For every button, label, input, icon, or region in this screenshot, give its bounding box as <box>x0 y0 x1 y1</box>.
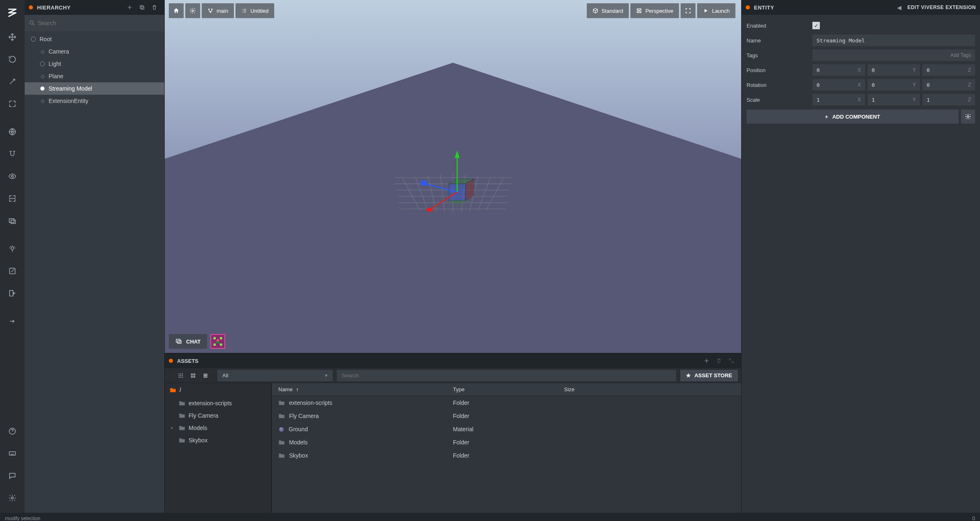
focus-tool[interactable] <box>2 189 22 208</box>
svg-rect-62 <box>194 373 196 375</box>
add-asset-button[interactable] <box>701 355 712 367</box>
hierarchy-item[interactable]: Root <box>25 33 164 45</box>
tags-input[interactable]: Add Tags <box>812 49 975 61</box>
asset-folder-item[interactable]: +Models <box>165 422 271 434</box>
expand-icon[interactable]: + <box>170 425 173 430</box>
assets-search-input[interactable] <box>337 370 676 381</box>
hierarchy-panel: HIERARCHY Root◇CameraLight◇PlaneStreamin… <box>25 0 165 513</box>
grid-large-button[interactable] <box>188 370 198 381</box>
add-component-button[interactable]: + ADD COMPONENT <box>747 110 959 124</box>
world-local-toggle[interactable] <box>2 122 22 142</box>
scale-z-input[interactable] <box>922 97 964 103</box>
asset-row[interactable]: extension-scriptsFolder <box>272 396 741 409</box>
branch-icon <box>208 8 213 14</box>
diamond-bullet-icon: ◇ <box>40 73 45 79</box>
pos-z-input[interactable] <box>922 67 964 73</box>
svg-point-40 <box>421 180 427 186</box>
viewport[interactable]: main Untitled Standard Perspective Launc… <box>165 0 741 353</box>
feedback-button[interactable] <box>2 466 22 486</box>
viewport-3d <box>165 0 741 353</box>
perspective-icon <box>636 8 642 14</box>
svg-rect-61 <box>191 373 193 375</box>
settings-button[interactable] <box>2 488 22 508</box>
asset-store-button[interactable]: ★ ASSET STORE <box>680 370 738 381</box>
name-row: Name <box>747 33 975 48</box>
move-tool[interactable] <box>2 27 22 47</box>
rotate-tool[interactable] <box>2 49 22 69</box>
asset-row[interactable]: ModelsFolder <box>272 436 741 449</box>
edit-tool[interactable] <box>2 261 22 281</box>
branch-button[interactable]: main <box>202 3 234 18</box>
scale-tool[interactable] <box>2 72 22 91</box>
enabled-checkbox[interactable]: ✓ <box>812 22 820 29</box>
scene-button[interactable]: Untitled <box>236 3 274 18</box>
hierarchy-search-input[interactable] <box>38 20 160 26</box>
delete-button[interactable] <box>149 2 160 13</box>
pos-x-input[interactable] <box>812 67 854 73</box>
snap-toggle[interactable] <box>2 144 22 164</box>
resize-tool[interactable] <box>2 94 22 114</box>
keyboard-button[interactable] <box>2 444 22 463</box>
delete-asset-button[interactable] <box>713 355 725 367</box>
list-view-button[interactable] <box>200 370 211 381</box>
add-entity-button[interactable] <box>124 2 135 13</box>
rect-tool[interactable] <box>2 211 22 231</box>
rot-y-input[interactable] <box>868 82 909 88</box>
svg-rect-50 <box>220 343 222 346</box>
duplicate-button[interactable] <box>136 2 148 13</box>
sort-arrow-icon[interactable]: ↑ <box>296 386 299 393</box>
name-input[interactable] <box>812 35 975 46</box>
refresh-asset-button[interactable] <box>726 355 737 367</box>
position-row: Position X Y Z <box>747 63 975 77</box>
svg-rect-9 <box>141 7 144 9</box>
chat-icon <box>175 338 182 345</box>
hierarchy-item[interactable]: Light <box>25 58 164 70</box>
asset-folder-item[interactable]: extension-scripts <box>165 397 271 409</box>
assets-filter-dropdown[interactable]: All ▾ <box>217 370 333 381</box>
visibility-toggle[interactable] <box>2 166 22 186</box>
scale-y-input[interactable] <box>868 97 909 103</box>
shading-mode-button[interactable]: Standard <box>587 3 629 18</box>
asset-row[interactable]: GroundMaterial <box>272 423 741 436</box>
fullscreen-button[interactable] <box>681 3 695 18</box>
component-settings-button[interactable] <box>961 110 975 124</box>
grid-small-button[interactable] <box>175 370 186 381</box>
svg-rect-56 <box>180 375 181 376</box>
user-avatar[interactable] <box>210 334 225 349</box>
launch-button[interactable]: Launch <box>697 3 735 18</box>
hollow-bullet-icon <box>30 36 36 42</box>
asset-folder-item[interactable]: Fly Camera <box>165 409 271 422</box>
hierarchy-item[interactable]: ◇Camera <box>25 45 164 58</box>
hierarchy-item[interactable]: Streaming Model <box>25 82 164 95</box>
hierarchy-search[interactable] <box>25 15 164 31</box>
svg-rect-53 <box>180 373 181 374</box>
projection-button[interactable]: Perspective <box>630 3 679 18</box>
assets-title: ASSETS <box>177 358 198 364</box>
help-button[interactable] <box>2 421 22 441</box>
entity-ext-label[interactable]: EDIT VIVERSE EXTENSION <box>908 5 976 10</box>
assets-folders: / extension-scriptsFly Camera+ModelsSkyb… <box>165 383 272 513</box>
play-icon <box>703 8 709 14</box>
panel-indicator-icon <box>29 5 33 9</box>
svg-rect-10 <box>140 5 143 8</box>
back-icon[interactable]: ◀ <box>897 5 902 11</box>
hierarchy-item[interactable]: ◇Plane <box>25 70 164 82</box>
import-tool[interactable] <box>2 283 22 303</box>
settings-viewport-button[interactable] <box>185 3 200 18</box>
asset-row[interactable]: SkyboxFolder <box>272 449 741 462</box>
export-tool[interactable] <box>2 311 22 331</box>
svg-point-14 <box>211 9 212 9</box>
svg-rect-7 <box>9 452 16 455</box>
asset-row[interactable]: Fly CameraFolder <box>272 409 741 423</box>
assets-breadcrumb[interactable]: / <box>165 383 271 397</box>
pos-y-input[interactable] <box>868 67 909 73</box>
hierarchy-item[interactable]: ◇ExtensionEntity <box>25 95 164 107</box>
asset-folder-item[interactable]: Skybox <box>165 434 271 446</box>
status-right: 0 <box>972 516 975 521</box>
rot-z-input[interactable] <box>922 82 964 88</box>
rot-x-input[interactable] <box>812 82 854 88</box>
lighting-toggle[interactable] <box>2 239 22 259</box>
scale-x-input[interactable] <box>812 97 854 103</box>
home-button[interactable] <box>169 3 184 18</box>
chat-button[interactable]: CHAT <box>169 334 207 349</box>
